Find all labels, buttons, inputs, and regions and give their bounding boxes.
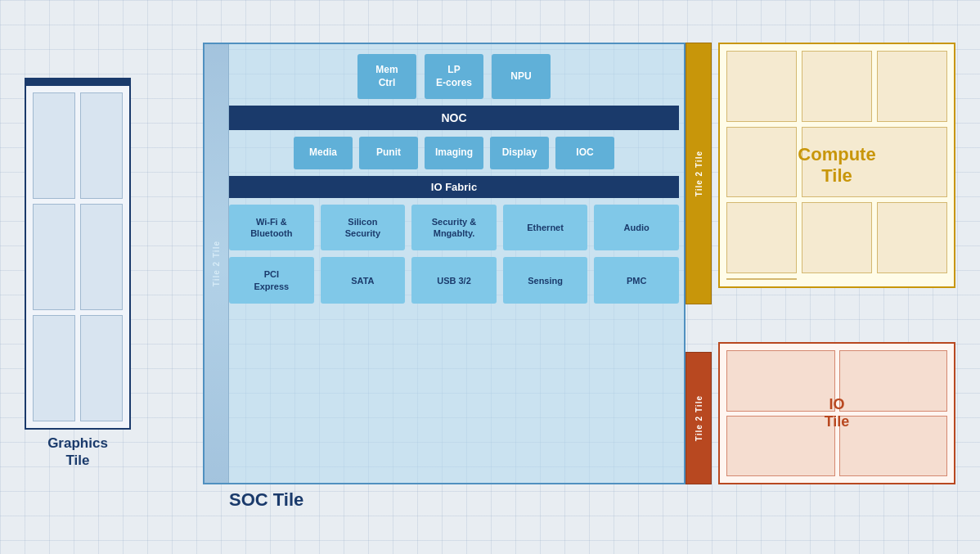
ct-cell-9 (726, 278, 797, 280)
ct-cell-1 (726, 51, 797, 122)
iot-cell-3 (726, 416, 835, 477)
pmc-block: PMC (594, 257, 679, 304)
iot-cell-2 (839, 350, 948, 412)
pci-express-block: PCIExpress (229, 257, 314, 304)
ethernet-block: Ethernet (503, 205, 588, 251)
soc-tile-label: SOC Tile (229, 489, 303, 511)
sata-block: SATA (321, 257, 406, 304)
soc-content: MemCtrl LPE-cores NPU NOC Media Punit Im… (229, 49, 679, 479)
gt-cell-2 (80, 92, 123, 199)
compute-tile: Compute Tile (718, 43, 955, 288)
graphics-tile-header (26, 79, 129, 86)
mid-blocks-row: Media Punit Imaging Display IOC (229, 137, 679, 169)
ct-cell-5 (802, 127, 947, 198)
tile2tile-right-bottom-label: Tile 2 Tile (695, 395, 704, 441)
tile2tile-right-top-bar: Tile 2 Tile (686, 43, 712, 304)
punit-block: Punit (359, 137, 418, 169)
io-tile: IO Tile (718, 342, 955, 484)
io-row1: Wi-Fi &Bluetooth SiliconSecurity Securit… (229, 205, 679, 251)
ct-cell-6 (726, 202, 797, 273)
npu-block: NPU (492, 54, 551, 99)
ct-cell-2 (802, 51, 872, 122)
ct-cell-8 (877, 202, 947, 273)
wifi-bt-block: Wi-Fi &Bluetooth (229, 205, 314, 251)
audio-block: Audio (594, 205, 679, 251)
imaging-block: Imaging (425, 137, 483, 169)
security-mgmt-block: Security &Mngablty. (411, 205, 497, 251)
io-row2: PCIExpress SATA USB 3/2 Sensing PMC (229, 257, 679, 304)
gt-cell-5 (33, 315, 75, 421)
ct-cell-7 (802, 202, 872, 273)
display-block: Display (490, 137, 549, 169)
io-tile-content (726, 350, 947, 476)
graphics-tile-label: Graphics Tile (26, 435, 129, 469)
ct-cell-4 (726, 127, 797, 198)
gt-cell-1 (33, 92, 75, 199)
lp-ecores-block: LPE-cores (425, 54, 483, 99)
sensing-block: Sensing (503, 257, 588, 304)
gt-cell-6 (80, 315, 123, 421)
iot-cell-1 (726, 350, 835, 412)
usb32-block: USB 3/2 (411, 257, 497, 304)
compute-tile-content (726, 51, 947, 280)
io-fabric-bar: IO Fabric (229, 176, 679, 198)
gt-cell-3 (33, 204, 75, 310)
ioc-block: IOC (555, 137, 614, 169)
media-block: Media (294, 137, 353, 169)
ct-cell-3 (877, 51, 947, 122)
tile2tile-right-bottom-bar: Tile 2 Tile (686, 352, 712, 484)
noc-bar: NOC (229, 106, 679, 130)
graphics-tile-content (26, 86, 129, 428)
tile2tile-right-top-label: Tile 2 Tile (695, 151, 704, 196)
top-blocks-row: MemCtrl LPE-cores NPU (229, 54, 679, 99)
mem-ctrl-block: MemCtrl (357, 54, 416, 99)
silicon-security-block: SiliconSecurity (321, 205, 406, 251)
iot-cell-4 (839, 416, 948, 477)
gt-cell-4 (80, 204, 123, 310)
graphics-tile: Graphics Tile (25, 78, 131, 430)
